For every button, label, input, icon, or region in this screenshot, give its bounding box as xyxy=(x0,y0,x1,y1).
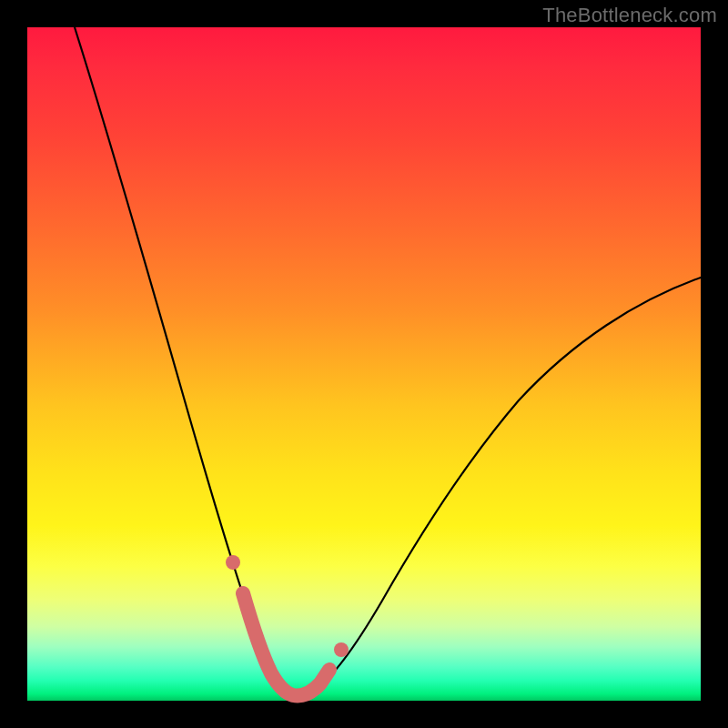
chart-frame: TheBottleneck.com xyxy=(0,0,728,728)
watermark-text: TheBottleneck.com xyxy=(542,4,717,27)
highlight-dot-right xyxy=(334,642,349,657)
highlight-segment xyxy=(243,593,329,695)
bottleneck-curve xyxy=(75,27,701,693)
plot-area xyxy=(27,27,701,701)
highlight-dot-left xyxy=(226,555,240,570)
chart-svg xyxy=(27,27,701,701)
